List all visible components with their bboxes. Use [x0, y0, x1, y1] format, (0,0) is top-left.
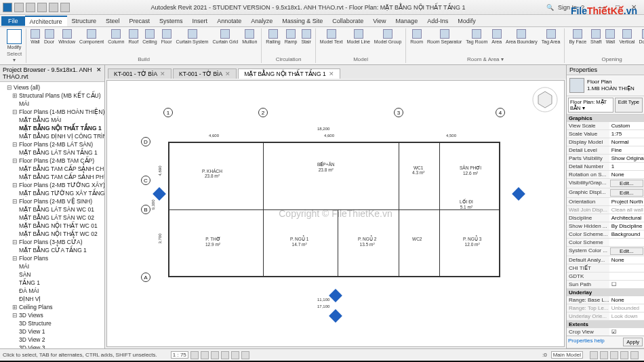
ribbon-dormer[interactable]: Dormer — [637, 28, 644, 56]
prop-row[interactable]: Range: Base L...None — [567, 296, 644, 304]
tab-manage[interactable]: Manage — [391, 16, 423, 26]
prop-row[interactable]: Color Scheme...Background — [567, 230, 644, 239]
ribbon-column[interactable]: Column — [106, 28, 125, 56]
tree-node[interactable]: 3D View 2 — [1, 336, 103, 344]
modify-tool[interactable]: Modify — [5, 28, 23, 50]
scale-selector[interactable]: 1 : 75 — [171, 351, 188, 359]
ribbon-wall[interactable]: Wall — [29, 28, 41, 56]
visual-style-icon[interactable] — [201, 351, 209, 359]
tree-node[interactable]: 3D View 1 — [1, 327, 103, 336]
ribbon-wall[interactable]: Wall — [604, 28, 616, 56]
prop-row[interactable]: Graphic Displ...Edit... — [567, 188, 644, 198]
apply-button[interactable]: Apply — [623, 338, 643, 346]
ribbon-model-text[interactable]: Model Text — [319, 28, 344, 56]
select-face-icon[interactable] — [620, 351, 628, 359]
file-menu[interactable]: File — [1, 16, 25, 26]
prop-row[interactable]: Color Scheme — [567, 239, 644, 247]
ribbon-room[interactable]: Room — [409, 28, 424, 56]
prop-row[interactable]: Parts VisibilityShow Original — [567, 155, 644, 163]
ribbon-room-separator[interactable]: Room Separator — [426, 28, 463, 56]
tab-steel[interactable]: Steel — [101, 16, 125, 26]
ribbon-door[interactable]: Door — [43, 28, 56, 56]
doc-tab-1[interactable]: KT-001 - TỜ BÌA✕ — [173, 68, 237, 79]
edit-type-button[interactable]: Edit Type — [615, 98, 643, 113]
tree-node[interactable]: TẦNG 1 — [1, 279, 103, 287]
select-links-icon[interactable] — [600, 351, 608, 359]
save-icon[interactable] — [26, 3, 35, 12]
ribbon-component[interactable]: Component — [78, 28, 105, 56]
ribbon-tag-area[interactable]: Tag Area — [540, 28, 562, 56]
tree-node[interactable]: MẶT BẰNG NỘI THẤT TẦNG 1 — [1, 124, 103, 132]
tree-node[interactable]: ĐỊNH VỊ — [1, 295, 103, 303]
redo-icon[interactable] — [49, 3, 58, 12]
prop-row[interactable]: Sun Path☐ — [567, 281, 644, 289]
prop-row[interactable]: Scale Value1:75 — [567, 130, 644, 138]
tab-view[interactable]: View — [368, 16, 390, 26]
ribbon-curtain-grid[interactable]: Curtain Grid — [211, 28, 239, 56]
prop-row[interactable]: Underlay Orie...Look down — [567, 313, 644, 321]
prop-row[interactable]: Range: Top Le...Unbounded — [567, 304, 644, 313]
tree-node[interactable]: ⊟Floor Plans (2-MB TƯỜNG XÂY) — [1, 181, 103, 189]
properties-help-link[interactable]: Properties help — [568, 338, 622, 346]
ribbon-floor[interactable]: Floor — [160, 28, 174, 56]
open-icon[interactable] — [14, 3, 24, 12]
tree-node[interactable]: MẶT BẰNG TAM CẤP SẢNH PHỤ — [1, 173, 103, 181]
prop-row[interactable]: Default Analy...None — [567, 256, 644, 264]
ribbon-model-group[interactable]: Model Group — [373, 28, 403, 56]
shadows-icon[interactable] — [221, 351, 229, 359]
tree-node[interactable]: MÁI — [1, 262, 103, 270]
tree-node[interactable]: ⊟Floor Plans (1-MB HOÀN THIỆN) — [1, 108, 103, 116]
ribbon-ceiling[interactable]: Ceiling — [141, 28, 158, 56]
tree-node[interactable]: MẶT BẰNG CỬA TẦNG 1 — [1, 246, 103, 254]
prop-row[interactable]: Display ModelNormal — [567, 138, 644, 146]
prop-section-header[interactable]: Underlay — [567, 289, 644, 296]
tree-node[interactable]: ⊟3D Views — [1, 311, 103, 319]
prop-section-header[interactable]: Graphics — [567, 115, 644, 122]
ribbon-area[interactable]: Area — [490, 28, 503, 56]
ribbon-area-boundary[interactable]: Area Boundary — [504, 28, 539, 56]
ribbon-railing[interactable]: Railing — [264, 28, 281, 56]
prop-row[interactable]: OrientationProject North — [567, 198, 644, 206]
panel-close-icon[interactable]: ✕ — [96, 66, 102, 80]
tree-node[interactable]: MẶT BẰNG MÁI — [1, 116, 103, 124]
tab-architecture[interactable]: Architecture — [25, 16, 67, 26]
prop-row[interactable]: Detail LevelFine — [567, 146, 644, 155]
tab-insert[interactable]: Insert — [188, 16, 213, 26]
detail-level-icon[interactable] — [190, 351, 199, 359]
view-cube[interactable] — [531, 86, 559, 113]
prop-row[interactable]: CHI TIẾT — [567, 264, 644, 273]
prop-section-header[interactable]: Extents — [567, 321, 644, 328]
prop-row[interactable]: GDTK — [567, 273, 644, 281]
close-tab-icon[interactable]: ✕ — [329, 71, 334, 77]
tab-analyze[interactable]: Analyze — [246, 16, 277, 26]
tree-node[interactable]: MẶT BẰNG ĐỊNH VỊ CÔNG TRÌNH — [1, 132, 103, 140]
crop-icon[interactable] — [231, 351, 239, 359]
hide-icon[interactable] — [241, 351, 249, 359]
prop-row[interactable]: Visibility/Grap...Edit... — [567, 179, 644, 188]
tree-node[interactable]: MẶT BẰNG LÁT SÀN WC 01 — [1, 205, 103, 214]
prop-row[interactable]: Detail Number1 — [567, 163, 644, 171]
workset-selector[interactable]: Main Model — [551, 351, 583, 359]
ribbon-stair[interactable]: Stair — [300, 28, 312, 56]
ribbon-curtain-system[interactable]: Curtain System — [175, 28, 210, 56]
prop-row[interactable]: System Color ...Edit... — [567, 247, 644, 256]
tree-node[interactable]: 3D Structure — [1, 319, 103, 327]
ribbon-by-face[interactable]: By Face — [567, 28, 588, 56]
prop-row[interactable]: Wall Join Disp...Clean all wall j... — [567, 206, 644, 214]
search-icon[interactable]: 🔍 — [546, 4, 554, 11]
prop-row[interactable]: Rotation on S...None — [567, 171, 644, 179]
tab-precast[interactable]: Precast — [125, 16, 155, 26]
instance-selector[interactable]: Floor Plan: MẶT BẰN ▾ — [568, 98, 613, 113]
filter-icon[interactable] — [590, 351, 598, 359]
tree-node[interactable]: MẶT BẰNG NỘI THẤT WC 01 — [1, 222, 103, 230]
prop-row[interactable]: View ScaleCustom — [567, 122, 644, 130]
undo-icon[interactable] — [37, 3, 47, 12]
tree-node[interactable]: ⊞Ceiling Plans — [1, 303, 103, 311]
ribbon-tag-room[interactable]: Tag Room — [464, 28, 489, 56]
ribbon-roof[interactable]: Roof — [127, 28, 140, 56]
print-icon[interactable] — [60, 3, 70, 12]
tree-node[interactable]: MẶT BẰNG NỘI THẤT WC 02 — [1, 230, 103, 238]
project-tree[interactable]: ⊟Views (all)⊞Structural Plans (MB KẾT CẤ… — [0, 82, 104, 348]
ribbon-mullion[interactable]: Mullion — [241, 28, 258, 56]
tree-node[interactable]: MẶT BẰNG TAM CẤP SẢNH CHÍNH — [1, 165, 103, 173]
